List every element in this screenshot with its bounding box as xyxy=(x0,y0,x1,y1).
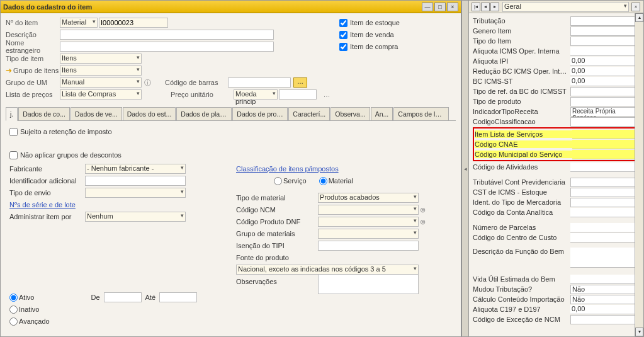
fonte-dropdown[interactable]: Nacional, exceto as indicadas nos código… xyxy=(236,265,419,275)
scroll-down-button[interactable]: ▾ xyxy=(635,328,643,336)
classification-link[interactable]: Classificação de itens p/impostos xyxy=(236,165,339,173)
purchase-checkbox[interactable] xyxy=(339,43,347,51)
genero-field[interactable] xyxy=(570,26,641,36)
desc-input[interactable] xyxy=(60,30,274,40)
aliqc197-field[interactable]: 0,00 xyxy=(570,305,641,314)
price-input[interactable] xyxy=(279,89,317,100)
tab-localization[interactable]: Campos de localiz... xyxy=(393,107,449,120)
panel-collapse-handle[interactable] xyxy=(461,1,469,336)
envio-label: Tipo de envio xyxy=(9,189,85,197)
idadc-input[interactable] xyxy=(85,176,186,186)
tribcont-field[interactable] xyxy=(570,178,641,187)
tab-general[interactable]: j. xyxy=(6,107,18,121)
tipomaterial-dropdown[interactable]: Produtos acabados xyxy=(318,193,419,203)
mudou-field[interactable]: Não xyxy=(570,285,641,294)
bcst-field[interactable]: 0,00 xyxy=(570,77,641,86)
tipoprod-field[interactable] xyxy=(570,97,641,106)
cnae-field[interactable] xyxy=(572,140,639,149)
codcentro-label: Código do Centro de Custo xyxy=(473,234,570,241)
tab-production[interactable]: Dados de prod... xyxy=(232,107,288,120)
fabricante-dropdown[interactable]: - Nenhum fabricante - xyxy=(85,164,186,174)
pricelist-dropdown[interactable]: Lista de Compras xyxy=(60,89,142,100)
codconta-label: Código da Conta Analítica xyxy=(473,208,570,216)
barcode-input[interactable] xyxy=(228,77,291,88)
tab-planning[interactable]: Dados de planejam... xyxy=(176,107,232,120)
barcode-browse-button[interactable]: … xyxy=(293,77,307,88)
tipi-input[interactable] xyxy=(318,241,419,251)
codcentro-field[interactable] xyxy=(570,233,641,243)
aliqicms-field[interactable] xyxy=(570,47,641,56)
codexc-field[interactable] xyxy=(570,315,641,324)
aliqipi-field[interactable]: 0,00 xyxy=(570,57,641,66)
umgrp-label: Grupo de UM xyxy=(6,79,60,86)
right-scrollbar[interactable]: ▴ ▾ xyxy=(635,13,643,336)
item-no-input[interactable] xyxy=(99,18,168,28)
idmerc-field[interactable] xyxy=(570,198,641,207)
nav-next-button[interactable]: ▸ xyxy=(490,3,499,11)
itemlista-field[interactable] xyxy=(572,130,639,139)
nav-first-button[interactable]: |◂ xyxy=(472,3,480,11)
indrec-label: IndicadorTipoReceita xyxy=(473,108,570,115)
aliqipi-label: Aliquota IPI xyxy=(473,57,570,65)
panel-selector-dropdown[interactable]: Geral xyxy=(502,2,629,12)
tab-sales[interactable]: Dados de ve... xyxy=(71,107,122,120)
redbc-field[interactable]: 0,00 xyxy=(570,67,641,76)
panel-close-button[interactable]: × xyxy=(631,3,640,11)
sales-checkbox[interactable] xyxy=(339,31,347,39)
ate-input[interactable] xyxy=(159,292,197,302)
tiporef-label: Tipo de ref. da BC do ICMSST xyxy=(473,88,570,95)
material-radio[interactable] xyxy=(319,177,327,185)
cst-field[interactable] xyxy=(570,188,641,197)
admin-label: Administrar item por xyxy=(9,213,85,220)
close-button[interactable]: × xyxy=(447,3,458,11)
ativo-radio[interactable] xyxy=(9,294,18,302)
series-link[interactable]: Nºs de série e de lote xyxy=(9,201,76,208)
tipoitem-field[interactable] xyxy=(570,37,641,46)
tab-attachments[interactable]: An... xyxy=(371,107,393,120)
vidautil-field[interactable] xyxy=(570,275,641,284)
de-input[interactable] xyxy=(104,292,142,302)
indrec-field[interactable]: Receita Própria Serviços xyxy=(570,107,641,117)
umgrp-dropdown[interactable]: Manual xyxy=(60,77,142,88)
nav-prev-button[interactable]: ◂ xyxy=(481,3,490,11)
group-dropdown[interactable]: Itens xyxy=(60,66,142,76)
retention-checkbox[interactable] xyxy=(9,128,18,136)
codconta-field[interactable] xyxy=(570,208,641,217)
tributacao-field[interactable] xyxy=(570,16,641,26)
grpmat-dropdown[interactable] xyxy=(318,229,419,239)
minimize-button[interactable]: — xyxy=(422,3,433,11)
de-label: De xyxy=(91,294,99,301)
maximize-button[interactable]: □ xyxy=(434,3,446,11)
dnf-dropdown[interactable] xyxy=(318,217,419,227)
title-bar: Dados do cadastro do item — □ × xyxy=(1,1,461,13)
stock-checkbox[interactable] xyxy=(339,19,347,27)
foreign-input[interactable] xyxy=(60,42,274,52)
item-category-dropdown[interactable]: Material xyxy=(60,18,98,28)
codativ-field[interactable] xyxy=(570,163,641,172)
type-dropdown[interactable]: Itens xyxy=(60,54,142,64)
aliqicms-label: Aliquota ICMS Oper. Interna xyxy=(473,47,570,55)
itemlista-label: Item Lista de Serviços xyxy=(475,130,572,138)
codmuni-field[interactable] xyxy=(572,150,639,159)
ncm-dropdown[interactable] xyxy=(318,205,419,215)
servico-radio[interactable] xyxy=(274,177,282,185)
tab-remarks[interactable]: Observa... xyxy=(330,107,370,120)
tab-inventory[interactable]: Dados do est... xyxy=(123,107,176,120)
calcimp-field[interactable]: Não xyxy=(570,295,641,304)
admin-dropdown[interactable]: Nenhum xyxy=(85,212,186,222)
envio-dropdown[interactable] xyxy=(85,188,186,198)
link-arrow-icon: ➔ xyxy=(6,66,12,75)
tab-purchasing[interactable]: Dados de co... xyxy=(18,107,70,120)
descfunc-field[interactable] xyxy=(570,248,641,268)
inativo-radio[interactable] xyxy=(9,306,18,314)
codclass-field[interactable] xyxy=(570,117,641,127)
tab-properties[interactable]: Caracterí... xyxy=(288,107,330,120)
numparc-field[interactable] xyxy=(570,223,641,232)
scroll-up-button[interactable]: ▴ xyxy=(635,13,643,22)
bcst-label: BC ICMS-ST xyxy=(473,77,570,85)
price-browse-button[interactable]: … xyxy=(320,91,333,98)
tiporef-field[interactable] xyxy=(570,87,641,96)
avancado-radio[interactable] xyxy=(9,317,18,326)
currency-dropdown[interactable]: Moeda princip xyxy=(234,89,278,100)
nodiscount-checkbox[interactable] xyxy=(9,151,18,159)
